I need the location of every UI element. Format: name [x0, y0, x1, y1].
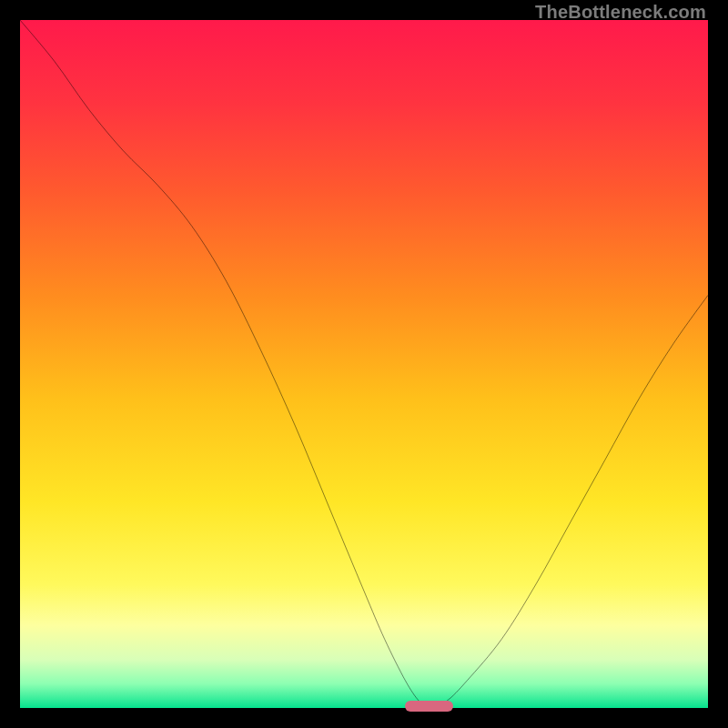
plot-area	[20, 20, 708, 708]
watermark-text: TheBottleneck.com	[535, 2, 706, 23]
bottleneck-curve	[20, 20, 708, 708]
chart-frame: TheBottleneck.com	[0, 0, 728, 728]
optimum-marker	[405, 701, 453, 712]
